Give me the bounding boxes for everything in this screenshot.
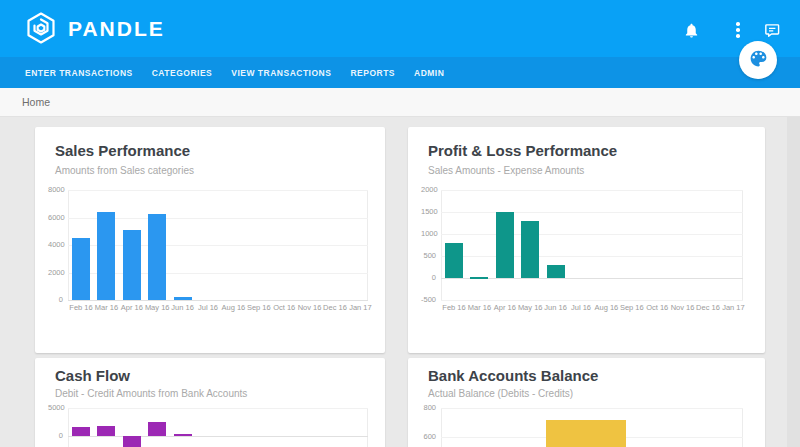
y-axis-tick-label: 500: [421, 252, 436, 260]
notifications-bell-icon[interactable]: [682, 21, 700, 39]
gridline: [441, 212, 743, 213]
chat-feedback-icon[interactable]: [762, 21, 780, 39]
palette-icon: [748, 48, 769, 73]
y-axis-tick-label: 2000: [48, 269, 63, 277]
y-axis-tick-label: 4000: [48, 241, 63, 249]
chart-bar: [123, 436, 141, 447]
kebab-dots: [736, 22, 740, 38]
bank-accounts-balance-chart: 0200400600800: [421, 408, 745, 447]
more-options-kebab-icon[interactable]: [729, 21, 747, 39]
gridline: [68, 300, 368, 301]
card-profit-loss-performance: Profit & Loss Performance Sales Amounts …: [408, 127, 765, 353]
gridline: [68, 436, 368, 437]
axis-line: [742, 408, 743, 447]
chart-bar: [174, 434, 192, 436]
card-bank-accounts-balance: Bank Accounts Balance Actual Balance (De…: [408, 358, 765, 447]
card-cash-flow: Cash Flow Debit - Credit Amounts from Ba…: [35, 358, 385, 447]
chart-bar: [496, 212, 514, 278]
chart-bar: [521, 221, 539, 278]
card-subtitle: Debit - Credit Amounts from Bank Account…: [55, 387, 365, 400]
gridline: [441, 190, 743, 191]
plot-area: [441, 190, 743, 300]
nav-categories[interactable]: CATEGORIES: [152, 68, 213, 78]
breadcrumb-bar: Home: [0, 88, 800, 117]
card-title: Cash Flow: [55, 366, 365, 385]
gridline: [441, 300, 743, 301]
chart-bar: [72, 238, 90, 300]
y-axis-tick-label: 0: [48, 432, 63, 440]
chart-bar: [547, 265, 565, 278]
axis-line: [367, 408, 368, 447]
plot-area: [68, 190, 368, 300]
chart-bar: [97, 426, 115, 436]
y-axis-tick-label: 800: [421, 404, 436, 412]
chart-bar: [546, 420, 626, 447]
chart-bar: [148, 422, 166, 436]
card-title: Sales Performance: [55, 141, 365, 160]
breadcrumb-home[interactable]: Home: [22, 96, 50, 108]
y-axis-tick-label: 2000: [421, 186, 436, 194]
y-axis-tick-label: 0: [421, 274, 436, 282]
y-axis-tick-label: 600: [421, 433, 436, 441]
card-title: Bank Accounts Balance: [428, 366, 745, 385]
y-axis-tick-label: 8000: [48, 186, 63, 194]
pandle-hexagon-logo-icon: [24, 11, 58, 45]
card-subtitle: Actual Balance (Debits - Credits): [428, 387, 745, 400]
nav-reports[interactable]: REPORTS: [350, 68, 395, 78]
main-nav: ENTER TRANSACTIONS CATEGORIES VIEW TRANS…: [0, 57, 800, 88]
axis-line: [68, 408, 69, 447]
plot-area: [441, 408, 743, 447]
app-header: PANDLE: [0, 0, 800, 57]
chart-bar: [72, 427, 90, 436]
app-logo[interactable]: PANDLE: [24, 11, 165, 45]
axis-line: [441, 408, 442, 447]
axis-line: [742, 190, 743, 300]
y-axis-tick-label: 1000: [421, 230, 436, 238]
y-axis-tick-label: 5000: [48, 404, 63, 412]
nav-enter-transactions[interactable]: ENTER TRANSACTIONS: [25, 68, 133, 78]
x-axis-tick-label: Jan 17: [713, 303, 753, 312]
nav-admin[interactable]: ADMIN: [414, 68, 444, 78]
chart-bar: [123, 230, 141, 300]
chart-bar: [174, 297, 192, 300]
card-subtitle: Amounts from Sales categories: [55, 164, 365, 177]
chart-bar: [445, 243, 463, 278]
gridline: [441, 256, 743, 257]
nav-view-transactions[interactable]: VIEW TRANSACTIONS: [231, 68, 331, 78]
user-avatar[interactable]: [739, 41, 777, 79]
gridline: [441, 234, 743, 235]
sales-performance-chart: 02000400060008000Feb 16Mar 16Apr 16May 1…: [48, 190, 365, 314]
card-sales-performance: Sales Performance Amounts from Sales cat…: [35, 127, 385, 353]
brand-name: PANDLE: [68, 17, 165, 41]
card-subtitle: Sales Amounts - Expense Amounts: [428, 164, 745, 177]
y-axis-tick-label: 6000: [48, 214, 63, 222]
scrollbar-track[interactable]: [787, 117, 800, 447]
x-axis-tick-label: Jan 17: [340, 303, 380, 312]
card-title: Profit & Loss Performance: [428, 141, 745, 160]
chart-bar: [470, 277, 488, 279]
gridline: [441, 408, 743, 409]
y-axis-tick-label: 1500: [421, 208, 436, 216]
axis-line: [441, 190, 442, 300]
gridline: [68, 408, 368, 409]
cash-flow-chart: -15000-10000-500005000Feb 16Mar 16Apr 16…: [48, 408, 365, 447]
plot-area: [68, 408, 368, 447]
chart-bar: [97, 212, 115, 300]
chart-bar: [148, 214, 166, 300]
profit-loss-chart: -5000500100015002000Feb 16Mar 16Apr 16Ma…: [421, 190, 745, 314]
gridline: [68, 190, 368, 191]
